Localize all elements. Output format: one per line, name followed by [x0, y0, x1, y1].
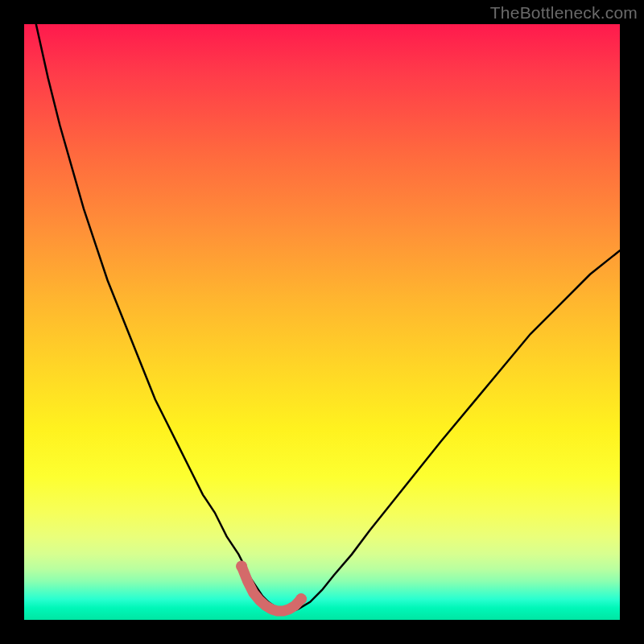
bottleneck-curve: [24, 24, 620, 620]
plot-area: [24, 24, 620, 620]
chart-frame: TheBottleneck.com: [0, 0, 644, 644]
flat-region-endpoint: [295, 593, 307, 605]
flat-region-endpoint: [236, 560, 247, 572]
watermark-text: TheBottleneck.com: [490, 3, 638, 23]
flat-region-marker: [242, 566, 301, 611]
curve-line: [24, 0, 620, 611]
